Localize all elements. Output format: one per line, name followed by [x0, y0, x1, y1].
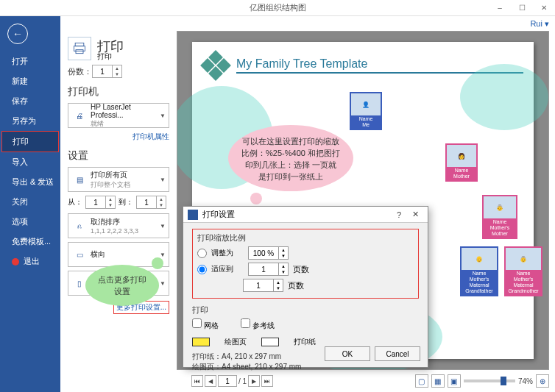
printer-properties-link[interactable]: 打印机属性 [68, 132, 169, 142]
svg-rect-2 [76, 50, 83, 54]
guides-checkbox[interactable] [241, 318, 250, 328]
sidebar-item-export[interactable]: 导出 & 发送 [0, 172, 60, 192]
from-stepper[interactable]: ▲▼ [85, 196, 116, 209]
view-multi[interactable]: ▦ [431, 374, 445, 388]
window-close[interactable]: ✕ [533, 0, 555, 16]
print-info-2: 绘图页：A4 sheet, 210 x 297 mm [192, 362, 419, 372]
scale-group-title: 打印缩放比例 [197, 232, 414, 243]
cancel-button[interactable]: Cancel [375, 346, 420, 361]
fit-width[interactable]: ▲▼ [248, 263, 289, 276]
printer-heading: 打印机 [68, 85, 169, 99]
printer-icon: 🖨 [71, 107, 88, 124]
fit-height[interactable]: ▲▼ [243, 279, 283, 292]
backstage-sidebar: ← 打开 新建 保存 另存为 打印 导入 导出 & 发送 关闭 选项 免费模板.… [0, 16, 60, 392]
orientation-icon: ▭ [71, 246, 88, 263]
dialog-close[interactable]: ✕ [407, 210, 423, 219]
back-button[interactable]: ← [7, 24, 28, 44]
sidebar-item-print[interactable]: 打印 [1, 131, 59, 152]
sidebar-item-options[interactable]: 选项 [0, 212, 60, 232]
from-label: 从： [68, 197, 82, 207]
collate-icon: ⎌ [71, 218, 88, 234]
pages-unit-1: 页数 [293, 264, 309, 275]
print-range-select[interactable]: ▤ 打印所有页打印整个文档 ▼ [68, 167, 169, 192]
sidebar-item-open[interactable]: 打开 [0, 51, 60, 71]
printer-select[interactable]: 🖨 HP LaserJet Professi... 就绪 ▼ [68, 103, 169, 128]
print-settings-dialog: 打印设置 ? ✕ 打印缩放比例 调整为 ▲▼ 适应到 ▲▼ 页数 ▲▼ 页数 [183, 206, 428, 368]
copies-stepper[interactable]: ▲▼ [92, 65, 122, 78]
sidebar-item-save[interactable]: 保存 [0, 91, 60, 111]
fit-radio[interactable] [197, 265, 207, 274]
zoom-slider[interactable] [464, 379, 515, 382]
collate-select[interactable]: ⎌ 取消排序1,1,1 2,2,2 3,3,3 ▼ [68, 213, 169, 238]
copies-label: 份数： [68, 66, 92, 77]
view-fit[interactable]: ▣ [448, 374, 461, 388]
zoom-fit[interactable]: ⊕ [536, 374, 549, 388]
settings-heading: 设置 [68, 149, 169, 163]
dialog-icon [188, 210, 198, 220]
sidebar-item-templates[interactable]: 免费模板... [0, 232, 60, 252]
sidebar-item-import[interactable]: 导入 [0, 152, 60, 172]
swatch-print [261, 338, 279, 346]
sidebar-item-close[interactable]: 关闭 [0, 192, 60, 212]
fit-label: 适应到 [211, 264, 244, 274]
sidebar-item-new[interactable]: 新建 [0, 71, 60, 91]
annotation-bubble-green: 点击更多打印 设置 [85, 265, 159, 306]
dialog-help[interactable]: ? [391, 210, 407, 219]
svg-rect-0 [75, 43, 84, 46]
print-icon-label: 打印 [97, 52, 112, 60]
copies-input[interactable] [93, 65, 112, 77]
window-maximize[interactable]: ☐ [511, 0, 533, 16]
print-group-title: 打印 [192, 304, 419, 316]
to-stepper[interactable]: ▲▼ [136, 196, 166, 209]
app-title: 亿图组织结构图 [250, 2, 306, 13]
dialog-title: 打印设置 [202, 209, 235, 220]
pages-unit-2: 页数 [288, 280, 304, 291]
zoom-value: 74% [518, 377, 533, 385]
swatch-draw [192, 338, 210, 346]
print-button[interactable] [68, 37, 91, 60]
page-total: / 1 [238, 377, 247, 385]
sidebar-item-saveas[interactable]: 另存为 [0, 111, 60, 131]
annotation-bubble-pink: 可以在这里设置打印的缩放 比例：%25-%400 和把图打印到几张上：选择 一页… [228, 125, 353, 191]
sidebar-item-exit[interactable]: 退出 [0, 252, 60, 271]
grid-checkbox[interactable] [192, 318, 202, 328]
ok-button[interactable]: OK [325, 346, 370, 361]
window-minimize[interactable]: – [489, 0, 511, 16]
to-label: 到： [119, 197, 133, 207]
adjust-label: 调整为 [211, 248, 244, 258]
pages-icon: ▤ [71, 171, 88, 188]
adjust-radio[interactable] [197, 249, 207, 258]
template-logo-icon [202, 52, 229, 79]
adjust-value[interactable]: ▲▼ [248, 246, 289, 260]
